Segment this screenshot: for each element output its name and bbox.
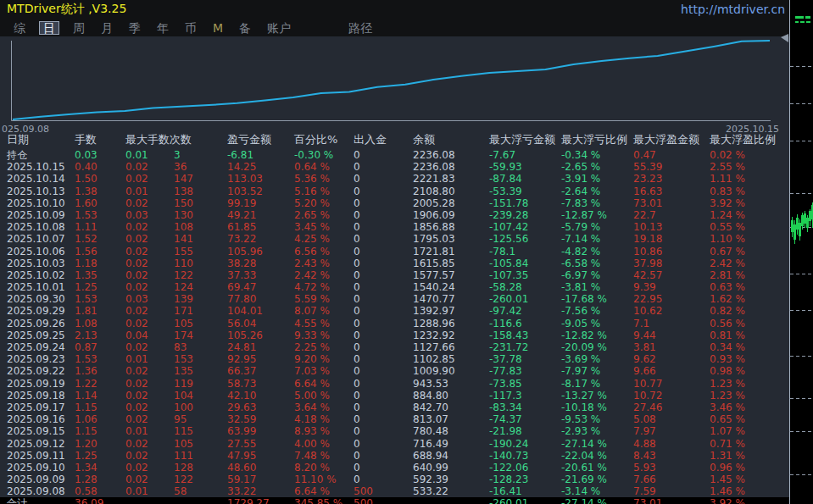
table-cell: 92.95	[227, 353, 294, 365]
table-cell: 688.94	[413, 450, 489, 462]
table-cell: 0.02	[125, 438, 174, 450]
table-cell: -13.27 %	[561, 390, 633, 402]
table-cell: 63.99	[227, 425, 294, 437]
table-cell: -77.83	[489, 365, 561, 377]
table-cell: 0.03	[125, 293, 174, 305]
table-cell: -22.04 %	[561, 450, 633, 462]
table-cell: 2025.10.15	[7, 161, 75, 173]
menu-item-0[interactable]: 综	[11, 21, 28, 35]
table-cell: -5.79 %	[561, 221, 633, 233]
table-cell: 1.25	[75, 450, 125, 462]
table-cell: 10.72	[633, 390, 710, 402]
table-cell: -4.82 %	[561, 246, 633, 258]
table-cell: -6.81	[227, 149, 294, 161]
table-cell: 2025.09.18	[7, 390, 75, 402]
table-cell: 533.22	[413, 485, 489, 497]
table-cell: 99.19	[227, 197, 294, 209]
menu-item-3[interactable]: 月	[98, 21, 115, 35]
table-cell: 0.65 %	[710, 413, 788, 425]
website-link[interactable]: http://mtdriver.cn	[681, 3, 789, 16]
panel-resize-arrow-icon[interactable]	[781, 34, 788, 42]
table-row-2025.09.26: 2025.09.261.080.0210556.044.55 %01288.96…	[0, 318, 789, 330]
table-cell: -12.82 %	[561, 330, 633, 341]
table-cell: 122	[174, 269, 227, 281]
table-cell: -7.56 %	[561, 305, 633, 317]
table-cell: 2221.83	[413, 173, 489, 185]
table-cell: 0.02	[125, 390, 174, 402]
menu-item-1[interactable]: 日	[39, 21, 59, 35]
table-cell: 115	[174, 425, 227, 437]
table-cell: 0.02	[125, 269, 174, 281]
menu-item-6[interactable]: 币	[182, 21, 199, 35]
menu-item-7[interactable]: M	[210, 21, 226, 35]
table-cell: 0	[354, 281, 413, 293]
table-cell: 1.06	[75, 413, 125, 425]
table-cell: 38.28	[227, 258, 294, 269]
table-cell: 813.07	[413, 413, 489, 425]
table-cell: 7.03 %	[294, 365, 354, 377]
table-cell: 73.22	[227, 233, 294, 245]
table-row-2025.09.29: 2025.09.291.810.02171104.018.07 %01392.9…	[0, 305, 789, 317]
table-cell: 1.34	[75, 462, 125, 474]
table-cell: 2025.09.29	[7, 305, 75, 317]
table-cell: 0.55 %	[710, 221, 788, 233]
table-cell: 8.43	[633, 450, 710, 462]
table-cell: 103.52	[227, 186, 294, 197]
table-cell: 716.49	[413, 438, 489, 450]
table-cell: -17.68 %	[561, 293, 633, 305]
table-cell: -107.35	[489, 269, 561, 281]
menu-item-9[interactable]: 账户	[265, 21, 293, 35]
table-cell: 32.59	[227, 413, 294, 425]
table-cell: 0.02	[125, 462, 174, 474]
table-cell: 2005.28	[413, 197, 489, 209]
table-cell: 9.39	[633, 281, 710, 293]
table-cell: -105.84	[489, 258, 561, 269]
menu-item-5[interactable]: 年	[154, 21, 171, 35]
table-header-cell: 最大手数次数	[125, 132, 227, 147]
table-cell: 2236.08	[413, 149, 489, 161]
table-cell: 3.46 %	[710, 402, 788, 413]
table-cell: 2025.10.14	[7, 173, 75, 185]
table-cell: 0.02	[125, 365, 174, 377]
table-cell: 0	[354, 438, 413, 450]
table-cell: -21.69 %	[561, 474, 633, 485]
table-row-2025.10.03: 2025.10.031.180.0211038.282.43 %01615.85…	[0, 258, 789, 269]
table-cell: 0	[354, 258, 413, 269]
table-cell: 2025.09.30	[7, 293, 75, 305]
table-cell: -140.73	[489, 450, 561, 462]
table-cell: -9.53 %	[561, 413, 633, 425]
table-row-2025.09.15: 2025.09.151.150.0111563.998.93 %0780.48-…	[0, 425, 789, 437]
table-cell: 0.02	[125, 281, 174, 293]
table-cell: 59.17	[227, 474, 294, 485]
table-cell: 113.03	[227, 173, 294, 185]
table-cell: 0	[354, 450, 413, 462]
table-cell: 0	[354, 221, 413, 233]
table-cell: 138	[174, 186, 227, 197]
table-cell: -3.81 %	[561, 281, 633, 293]
table-cell: 111	[174, 450, 227, 462]
table-cell: 66.37	[227, 365, 294, 377]
table-cell: 174	[174, 330, 227, 341]
table-cell: 1.46 %	[710, 485, 788, 497]
window-title: MTDriver统计 ,V3.25	[0, 2, 126, 17]
table-cell: 1.81	[75, 305, 125, 317]
menu-item-4[interactable]: 季	[126, 21, 143, 35]
table-cell: 0	[354, 318, 413, 330]
table-cell: 130	[174, 209, 227, 221]
menu-item-8[interactable]: 备	[237, 21, 253, 35]
menu-item-2[interactable]: 周	[70, 21, 87, 35]
table-cell: 2.25 %	[294, 341, 354, 353]
table-cell: 150	[174, 197, 227, 209]
table-cell: 1392.97	[413, 305, 489, 317]
table-cell: -6.97 %	[561, 269, 633, 281]
table-cell: 1.45 %	[710, 474, 788, 485]
table-cell: -87.84	[489, 173, 561, 185]
table-cell: -97.42	[489, 305, 561, 317]
table-row-2025.10.15: 2025.10.150.400.023614.250.64 %02236.08-…	[0, 161, 789, 173]
table-cell: 6.64 %	[294, 485, 354, 497]
table-cell: -73.85	[489, 378, 561, 390]
table-cell: -107.42	[489, 221, 561, 233]
menu-item-path[interactable]: 路径	[346, 21, 375, 35]
table-cell: 1906.09	[413, 209, 489, 221]
table-cell: 4.25 %	[294, 233, 354, 245]
